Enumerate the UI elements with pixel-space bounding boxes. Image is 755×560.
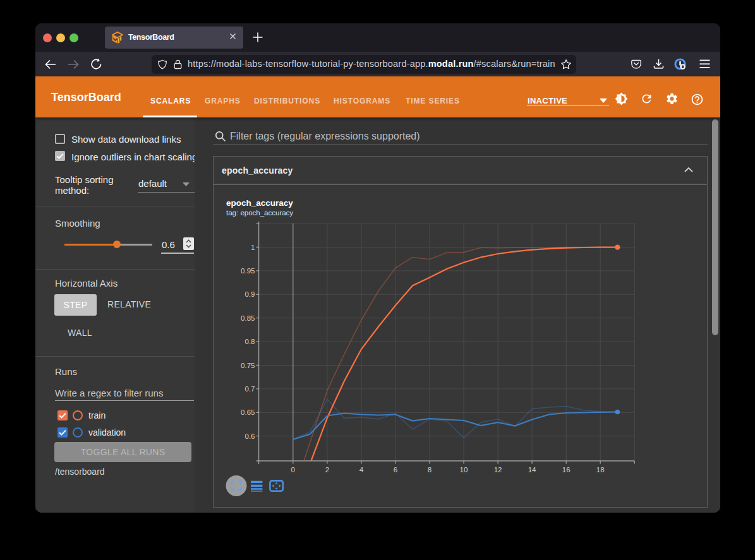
svg-text:0.7: 0.7: [245, 385, 255, 393]
svg-text:0.8: 0.8: [245, 338, 255, 345]
svg-text:0: 0: [291, 466, 295, 474]
svg-text:0.6: 0.6: [245, 432, 255, 440]
svg-text:0.85: 0.85: [241, 314, 255, 322]
svg-text:2: 2: [325, 466, 329, 474]
svg-text:0.75: 0.75: [241, 362, 255, 369]
svg-text:6: 6: [394, 466, 397, 474]
svg-text:12: 12: [494, 466, 502, 474]
svg-text:18: 18: [596, 466, 605, 474]
svg-text:8: 8: [428, 466, 432, 474]
svg-text:14: 14: [528, 466, 536, 474]
svg-text:tag: epoch_accuracy: tag: epoch_accuracy: [226, 209, 293, 217]
svg-text:4: 4: [359, 466, 364, 474]
svg-text:16: 16: [562, 466, 571, 474]
svg-text:1: 1: [251, 244, 255, 251]
svg-text:0.95: 0.95: [241, 267, 255, 275]
svg-text:epoch_accuracy: epoch_accuracy: [226, 198, 293, 208]
svg-text:10: 10: [460, 466, 468, 474]
svg-text:0.65: 0.65: [241, 408, 255, 416]
svg-text:0.9: 0.9: [245, 290, 255, 298]
